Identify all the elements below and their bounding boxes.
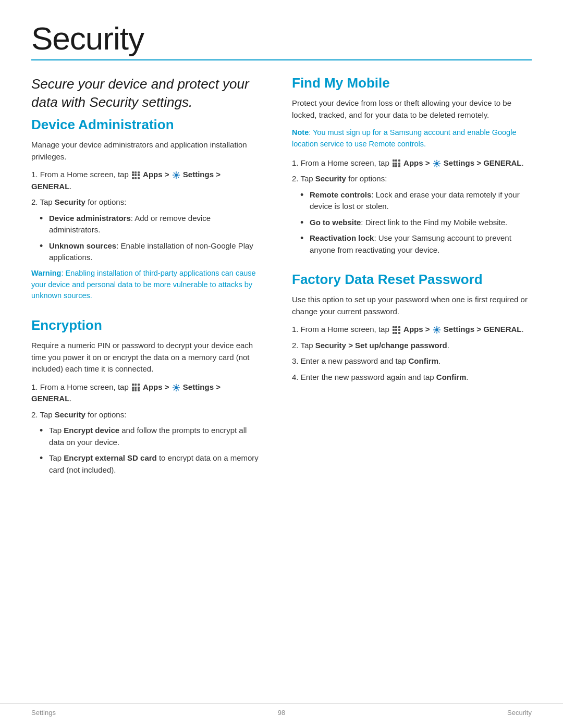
find-mobile-note: Note: You must sign up for a Samsung acc…	[292, 127, 532, 150]
bullet-encrypt-sd: Tap Encrypt external SD card to encrypt …	[40, 452, 261, 476]
bullet-device-admins: Device administrators: Add or remove dev…	[40, 213, 261, 236]
right-column: Find My Mobile Protect your device from …	[292, 75, 532, 480]
section-title-factory-reset: Factory Data Reset Password	[292, 272, 532, 288]
find-mobile-intro: Protect your device from loss or theft a…	[292, 97, 532, 121]
tagline: Secure your device and protect your data…	[31, 75, 261, 112]
device-admin-intro: Manage your device administrators and ap…	[31, 139, 261, 163]
bullet-remote-controls: Remote controls: Lock and erase your dat…	[300, 189, 532, 213]
encryption-intro: Require a numeric PIN or password to dec…	[31, 340, 261, 375]
bullet-go-to-website: Go to website: Direct link to the Find m…	[300, 217, 532, 229]
factory-reset-intro: Use this option to set up your password …	[292, 294, 532, 317]
factory-reset-step2: 2. Tap Security > Set up/change password…	[292, 340, 532, 352]
section-title-encryption: Encryption	[31, 317, 261, 334]
find-mobile-step2: 2. Tap Security for options:	[292, 173, 532, 185]
footer-page-number: 98	[278, 709, 285, 717]
settings-icon-enc	[172, 384, 180, 392]
two-col-layout: Secure your device and protect your data…	[31, 75, 532, 480]
page-title: Security	[31, 21, 532, 56]
device-admin-step1: 1. From a Home screen, tap Apps > Settin…	[31, 169, 261, 192]
encryption-bullets: Tap Encrypt device and follow the prompt…	[31, 425, 261, 476]
left-column: Secure your device and protect your data…	[31, 75, 261, 480]
factory-reset-step3: 3. Enter a new password and tap Confirm.	[292, 355, 532, 367]
section-title-device-admin: Device Administration	[31, 117, 261, 133]
footer: Settings 98 Security	[0, 703, 563, 717]
settings-icon-fmm	[433, 159, 441, 168]
encryption-step2: 2. Tap Security for options:	[31, 409, 261, 421]
find-mobile-bullets: Remote controls: Lock and erase your dat…	[292, 189, 532, 256]
section-title-find-mobile: Find My Mobile	[292, 75, 532, 91]
page: Security Secure your device and protect …	[0, 0, 563, 728]
encryption-step1: 1. From a Home screen, tap Apps > Settin…	[31, 381, 261, 405]
apps-icon-enc	[132, 384, 140, 391]
bullet-unknown-sources: Unknown sources: Enable installation of …	[40, 240, 261, 264]
footer-right: Security	[507, 709, 532, 717]
title-rule	[31, 59, 532, 60]
apps-icon	[132, 171, 140, 179]
find-mobile-step1: 1. From a Home screen, tap Apps > Settin…	[292, 157, 532, 169]
device-admin-step2: 2. Tap Security for options:	[31, 196, 261, 208]
footer-left: Settings	[31, 709, 56, 717]
factory-reset-step1: 1. From a Home screen, tap Apps > Settin…	[292, 324, 532, 336]
factory-reset-step4: 4. Enter the new password again and tap …	[292, 372, 532, 384]
device-admin-bullets: Device administrators: Add or remove dev…	[31, 213, 261, 264]
settings-icon-fdr	[433, 326, 441, 334]
apps-icon-fdr	[393, 326, 400, 334]
device-admin-warning: Warning: Enabling installation of third-…	[31, 268, 261, 302]
bullet-reactivation-lock: Reactivation lock: Use your Samsung acco…	[300, 232, 532, 256]
apps-icon-fmm	[393, 159, 400, 167]
bullet-encrypt-device: Tap Encrypt device and follow the prompt…	[40, 425, 261, 448]
settings-icon	[172, 171, 180, 179]
